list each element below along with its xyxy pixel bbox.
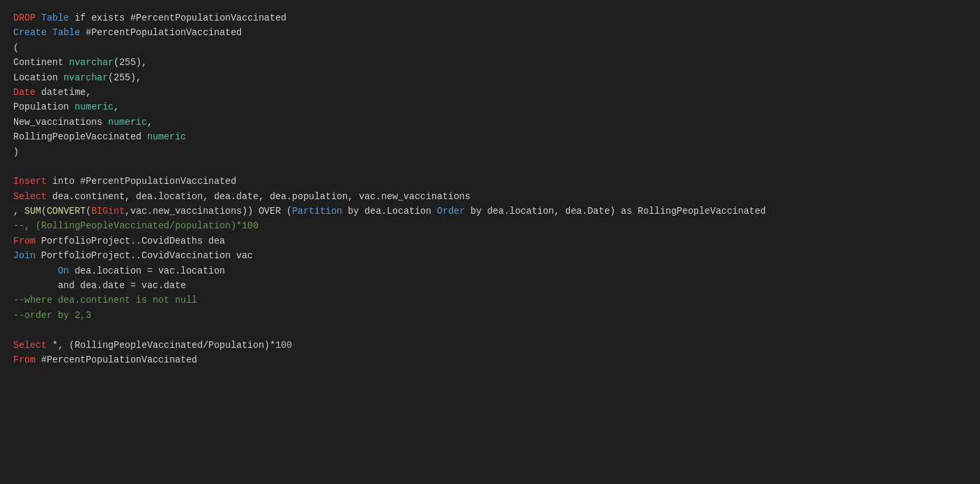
- code-line-21: Select *, (RollingPeopleVaccinated/Popul…: [13, 338, 967, 353]
- code-line-11: Insert into #PercentPopulationVaccinated: [13, 174, 967, 189]
- code-line-15: From PortfolioProject..CovidDeaths dea: [13, 234, 967, 248]
- code-line-6: Date datetime,: [13, 85, 967, 100]
- code-line-9: RollingPeopleVaccinated numeric: [13, 129, 967, 144]
- code-line-4: Continent nvarchar(255),: [13, 55, 967, 70]
- code-line-5: Location nvarchar(255),: [13, 70, 967, 85]
- code-line-13: , SUM(CONVERT(BIGint,vac.new_vaccination…: [13, 204, 967, 218]
- code-line-7: Population numeric,: [13, 100, 967, 114]
- code-line-12: Select dea.continent, dea.location, dea.…: [13, 189, 967, 204]
- code-line-8: New_vaccinations numeric,: [13, 115, 967, 129]
- code-line-2: Create Table #PercentPopulationVaccinate…: [13, 25, 967, 40]
- code-line-20: --order by 2,3: [13, 308, 967, 323]
- code-editor: DROP Table if exists #PercentPopulationV…: [0, 0, 980, 484]
- code-line-3: (: [13, 40, 967, 55]
- code-line-16: Join PortfolioProject..CovidVaccination …: [13, 248, 967, 263]
- code-line-1: DROP Table if exists #PercentPopulationV…: [13, 11, 967, 25]
- code-line-18: and dea.date = vac.date: [13, 278, 967, 293]
- code-line-19: --where dea.continent is not null: [13, 293, 967, 307]
- code-line-17: On dea.location = vac.location: [13, 264, 967, 278]
- code-line-22: From #PercentPopulationVaccinated: [13, 353, 967, 367]
- code-line-14: --, (RollingPeopleVaccinated/population)…: [13, 218, 967, 233]
- blank-line-1: [13, 159, 967, 174]
- blank-line-2: [13, 323, 967, 337]
- code-line-10: ): [13, 145, 967, 159]
